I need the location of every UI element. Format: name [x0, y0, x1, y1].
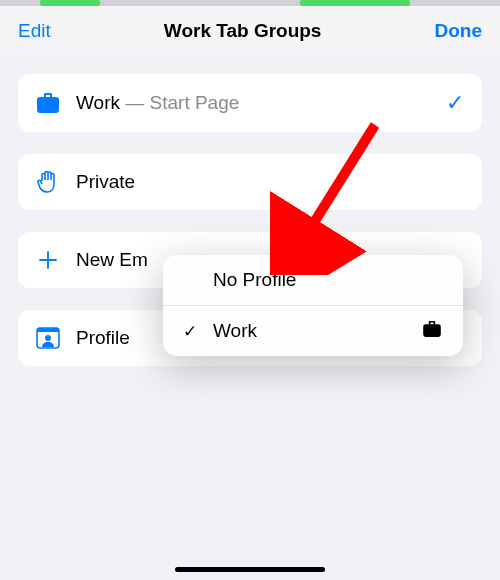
svg-point-2	[45, 335, 51, 341]
header: Edit Work Tab Groups Done	[0, 6, 500, 56]
hand-icon	[36, 170, 60, 194]
checkmark-icon: ✓	[183, 321, 201, 342]
home-indicator	[175, 567, 325, 572]
popup-item-label: No Profile	[213, 269, 443, 291]
plus-icon	[36, 248, 60, 272]
popup-item-label: Work	[213, 320, 411, 342]
popup-item-no-profile[interactable]: No Profile	[163, 255, 463, 305]
done-button[interactable]: Done	[434, 20, 482, 42]
checkmark-icon: ✓	[446, 90, 464, 116]
tab-group-work[interactable]: Work — Start Page ✓	[18, 74, 482, 132]
page-title: Work Tab Groups	[164, 20, 322, 42]
edit-button[interactable]: Edit	[18, 20, 51, 42]
profile-card-icon	[36, 326, 60, 350]
briefcase-icon	[423, 320, 443, 342]
tab-group-label: Work — Start Page	[76, 92, 430, 114]
status-bar	[0, 0, 500, 6]
briefcase-icon	[36, 91, 60, 115]
profile-popup: No Profile ✓ Work	[163, 255, 463, 356]
svg-rect-1	[37, 328, 59, 332]
tab-group-private[interactable]: Private	[18, 154, 482, 210]
popup-item-work[interactable]: ✓ Work	[163, 305, 463, 356]
tab-group-label: Private	[76, 171, 464, 193]
